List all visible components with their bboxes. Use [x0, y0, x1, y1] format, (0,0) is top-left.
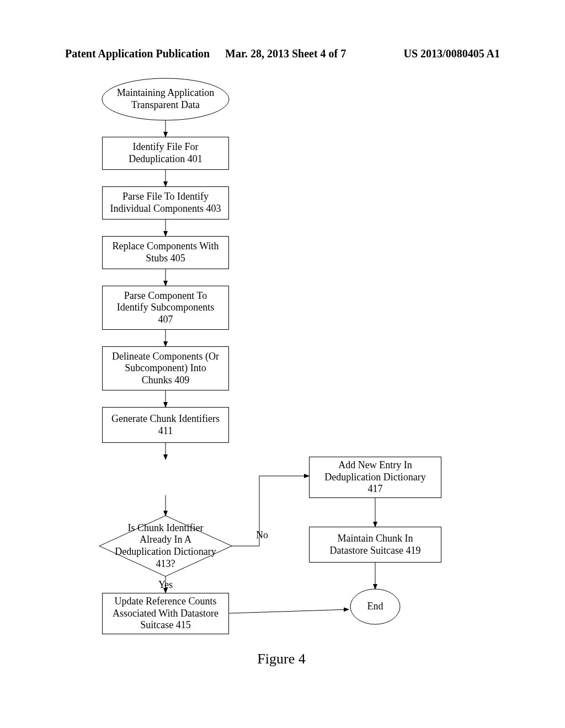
patent-page: Patent Application Publication Mar. 28, …: [0, 0, 565, 728]
process-419: Maintain Chunk In Datastore Suitcase 419: [309, 527, 441, 563]
process-415: Update Reference Counts Associated With …: [102, 593, 229, 634]
process-411: Generate Chunk Identifiers 411: [102, 407, 229, 443]
process-403-label: Parse File To Identify Individual Compon…: [110, 191, 221, 215]
process-401: Identify File For Deduplication 401: [102, 137, 229, 170]
date-sheet-label: Mar. 28, 2013 Sheet 4 of 7: [225, 47, 346, 60]
end-label: End: [367, 601, 383, 613]
process-409: Delineate Components (Or Subcomponent) I…: [102, 346, 229, 390]
process-403: Parse File To Identify Individual Compon…: [102, 186, 229, 220]
process-411-label: Generate Chunk Identifiers 411: [111, 413, 220, 437]
start-label: Maintaining Application Transparent Data: [117, 87, 214, 111]
publication-label: Patent Application Publication: [65, 47, 210, 60]
flowchart-canvas: [0, 0, 565, 728]
process-419-label: Maintain Chunk In Datastore Suitcase 419: [330, 533, 421, 556]
process-401-label: Identify File For Deduplication 401: [129, 141, 202, 165]
edge-label-no: No: [251, 529, 273, 542]
process-415-label: Update Reference Counts Associated With …: [113, 596, 218, 631]
svg-line-12: [229, 609, 349, 613]
edge-yes-text: Yes: [158, 579, 173, 591]
process-407: Parse Component To Identify Subcomponent…: [102, 286, 229, 330]
process-405: Replace Components With Stubs 405: [102, 236, 229, 269]
decision-413: Is Chunk Identifier Already In A Dedupli…: [105, 521, 226, 571]
edge-label-yes: Yes: [149, 579, 182, 591]
figure-caption-text: Figure 4: [257, 651, 305, 667]
process-407-label: Parse Component To Identify Subcomponent…: [117, 290, 214, 326]
edge-no-text: No: [256, 529, 268, 542]
figure-caption: Figure 4: [232, 651, 331, 667]
publication-number: US 2013/0080405 A1: [404, 47, 500, 60]
process-405-label: Replace Components With Stubs 405: [113, 240, 219, 264]
start-node: Maintaining Application Transparent Data: [102, 84, 229, 115]
decision-413-label: Is Chunk Identifier Already In A Dedupli…: [115, 522, 216, 570]
process-417: Add New Entry In Deduplication Dictionar…: [309, 457, 441, 498]
process-417-label: Add New Entry In Deduplication Dictionar…: [324, 459, 425, 495]
end-node: End: [350, 596, 400, 618]
process-409-label: Delineate Components (Or Subcomponent) I…: [112, 351, 219, 387]
